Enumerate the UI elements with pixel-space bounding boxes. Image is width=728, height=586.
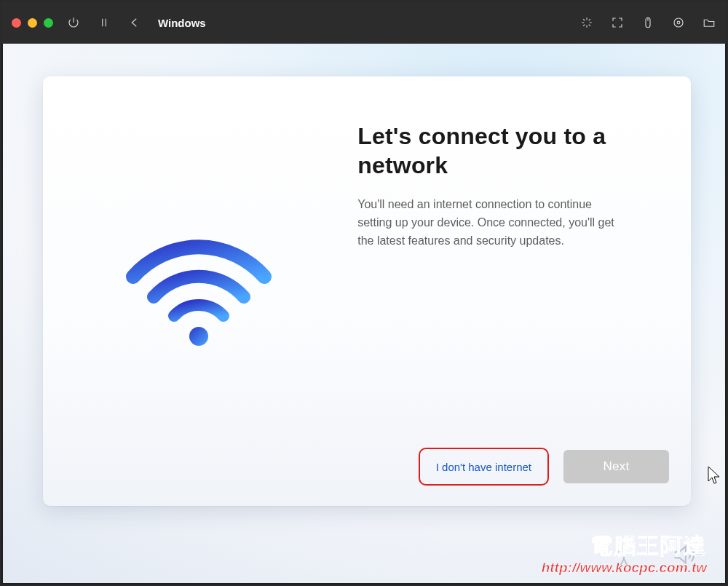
window-traffic-lights [12, 18, 53, 28]
folder-icon[interactable] [702, 15, 716, 30]
page-description: You'll need an internet connection to co… [357, 196, 620, 250]
power-icon[interactable] [66, 15, 81, 30]
vm-titlebar: Windows [1, 1, 727, 44]
oobe-card: Let's connect you to a network You'll ne… [43, 76, 691, 506]
annotation-highlight: I don't have internet [419, 448, 549, 486]
next-button[interactable]: Next [563, 450, 669, 483]
activity-icon[interactable] [579, 15, 594, 30]
svg-point-3 [189, 327, 208, 346]
vm-title: Windows [158, 17, 206, 29]
cursor-icon [708, 466, 721, 485]
wifi-icon [119, 226, 279, 357]
minimize-window-button[interactable] [28, 18, 37, 28]
svg-point-4 [622, 545, 626, 550]
close-window-button[interactable] [12, 18, 21, 28]
zoom-window-button[interactable] [44, 18, 53, 28]
mouse-icon[interactable] [641, 15, 655, 30]
bottom-tray [612, 542, 696, 570]
back-icon[interactable] [127, 15, 142, 30]
svg-point-2 [677, 21, 680, 24]
accessibility-icon[interactable] [612, 542, 636, 570]
volume-icon[interactable] [671, 542, 696, 570]
pause-icon[interactable] [97, 15, 111, 30]
page-title: Let's connect you to a network [357, 122, 654, 180]
no-internet-button[interactable]: I don't have internet [422, 451, 546, 483]
illustration-pane [43, 76, 354, 506]
expand-icon[interactable] [610, 15, 625, 30]
disc-icon[interactable] [671, 15, 686, 30]
content-pane: Let's connect you to a network You'll ne… [354, 76, 691, 506]
action-bar: I don't have internet Next [419, 448, 669, 486]
guest-screen: Let's connect you to a network You'll ne… [3, 44, 725, 583]
svg-point-1 [674, 18, 683, 27]
